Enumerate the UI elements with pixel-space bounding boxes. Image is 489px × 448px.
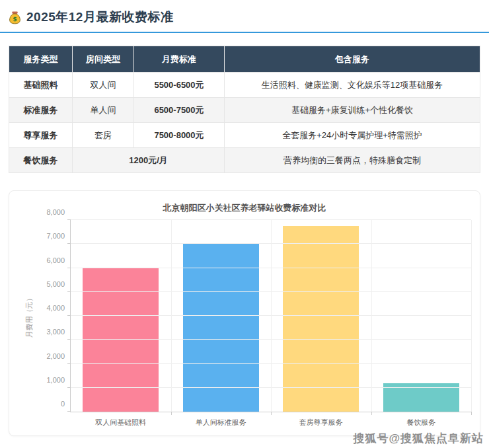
bar-slot <box>171 220 272 412</box>
room-type-cell: 单人间 <box>73 98 134 123</box>
monthly-fee-cell: 7500-8000元 <box>134 123 225 148</box>
y-tick-label: 3,000 <box>32 328 65 336</box>
bar-slot <box>71 220 171 412</box>
monthly-fee-cell-merged: 1200元/月 <box>73 148 225 173</box>
y-tick-mark <box>67 363 71 364</box>
service-type-cell: 餐饮服务 <box>9 148 73 173</box>
table-row: 尊享服务 套房 7500-8000元 全套服务+24小时专属护理+特需照护 <box>9 123 480 148</box>
x-axis-labels: 双人间基础照料单人间标准服务套房尊享服务餐饮服务 <box>71 418 471 428</box>
x-tick-mark <box>171 412 172 415</box>
table-row: 标准服务 单人间 6500-7500元 基础服务+康复训练+个性化餐饮 <box>9 98 480 123</box>
v-gridline <box>371 220 372 412</box>
y-tick-mark <box>67 339 71 340</box>
money-bag-icon: $ <box>8 11 22 24</box>
included-services-cell: 营养均衡的三餐两点，特殊膳食定制 <box>225 148 480 173</box>
service-type-cell: 尊享服务 <box>9 123 73 148</box>
v-gridline <box>171 220 172 412</box>
y-tick-label: 6,000 <box>32 256 65 264</box>
included-services-cell: 生活照料、健康监测、文化娱乐等12项基础服务 <box>225 73 480 98</box>
sohu-watermark: 搜狐号@搜狐焦点阜新站 <box>353 431 484 446</box>
x-tick-mark <box>271 412 272 415</box>
page-header: $ 2025年12月最新收费标准 <box>0 0 489 33</box>
v-gridline <box>471 220 472 412</box>
y-tick-mark <box>67 219 71 220</box>
bar-slot <box>371 220 472 412</box>
y-tick-label: 4,000 <box>32 304 65 312</box>
y-tick-label: 2,000 <box>32 352 65 360</box>
fee-table: 服务类型 房间类型 月费标准 包含服务 基础照料 双人间 5500-6500元 … <box>9 46 480 173</box>
y-tick-label: 7,000 <box>32 232 65 240</box>
v-gridline <box>271 220 272 412</box>
y-tick-label: 0 <box>32 400 65 408</box>
fee-comparison-chart-card: 北京朝阳区小关社区养老驿站收费标准对比 月费用（元） 双人间基础照料单人间标准服… <box>9 190 480 436</box>
col-header-included-services: 包含服务 <box>225 46 480 73</box>
y-tick-mark <box>67 291 71 292</box>
service-type-cell: 标准服务 <box>9 98 73 123</box>
table-header-row: 服务类型 房间类型 月费标准 包含服务 <box>9 46 480 73</box>
monthly-fee-cell: 6500-7500元 <box>134 98 225 123</box>
room-type-cell: 套房 <box>73 123 134 148</box>
y-tick-mark <box>67 315 71 316</box>
chart-plot-area: 月费用（元） 双人间基础照料单人间标准服务套房尊享服务餐饮服务 01,0002,… <box>70 220 471 412</box>
y-tick-mark <box>67 387 71 388</box>
y-tick-mark <box>67 243 71 244</box>
y-tick-mark <box>67 411 71 412</box>
service-type-cell: 基础照料 <box>9 73 73 98</box>
y-tick-label: 5,000 <box>32 280 65 288</box>
y-tick-label: 1,000 <box>32 376 65 384</box>
included-services-cell: 全套服务+24小时专属护理+特需照护 <box>225 123 480 148</box>
chart-title: 北京朝阳区小关社区养老驿站收费标准对比 <box>9 202 480 214</box>
col-header-service-type: 服务类型 <box>9 46 73 73</box>
svg-text:$: $ <box>13 15 17 22</box>
table-row: 餐饮服务 1200元/月 营养均衡的三餐两点，特殊膳食定制 <box>9 148 480 173</box>
col-header-monthly-fee: 月费标准 <box>134 46 225 73</box>
x-category-label: 单人间标准服务 <box>171 418 272 428</box>
fee-table-container: 服务类型 房间类型 月费标准 包含服务 基础照料 双人间 5500-6500元 … <box>9 46 480 173</box>
x-tick-mark <box>471 412 472 415</box>
page-title: 2025年12月最新收费标准 <box>26 9 173 26</box>
monthly-fee-cell: 5500-6500元 <box>134 73 225 98</box>
bar-slot <box>271 220 371 412</box>
x-category-label: 双人间基础照料 <box>71 418 171 428</box>
room-type-cell: 双人间 <box>73 73 134 98</box>
x-tick-mark <box>371 412 372 415</box>
x-category-label: 套房尊享服务 <box>271 418 371 428</box>
included-services-cell: 基础服务+康复训练+个性化餐饮 <box>225 98 480 123</box>
x-category-label: 餐饮服务 <box>371 418 472 428</box>
bar-双人间基础照料 <box>83 268 159 412</box>
bar-套房尊享服务 <box>283 226 359 412</box>
table-row: 基础照料 双人间 5500-6500元 生活照料、健康监测、文化娱乐等12项基础… <box>9 73 480 98</box>
y-tick-mark <box>67 268 71 268</box>
col-header-room-type: 房间类型 <box>73 46 134 73</box>
y-tick-label: 8,000 <box>32 208 65 216</box>
